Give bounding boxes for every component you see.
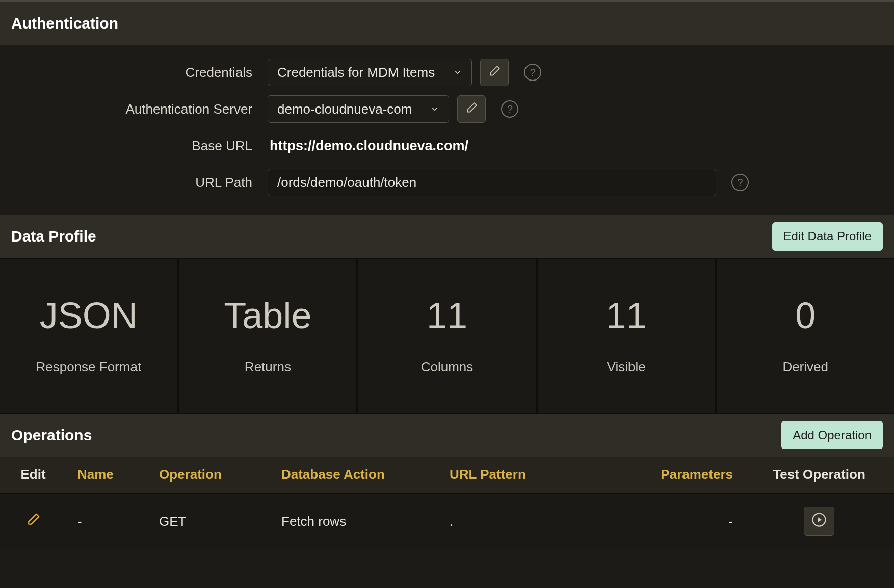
pencil-icon	[25, 515, 41, 530]
edit-data-profile-button[interactable]: Edit Data Profile	[772, 222, 883, 251]
url-path-row: URL Path ?	[0, 164, 894, 201]
card-derived[interactable]: 0 Derived	[717, 259, 894, 413]
operations-title: Operations	[11, 426, 92, 444]
row-url-pattern: .	[438, 493, 601, 549]
authentication-section-header: Authentication	[0, 0, 894, 45]
card-label: Visible	[607, 359, 646, 375]
auth-server-row: Authentication Server demo-cloudnueva-co…	[0, 91, 894, 127]
url-path-help-icon[interactable]: ?	[731, 174, 749, 191]
data-profile-title: Data Profile	[11, 228, 96, 245]
authentication-form: Credentials Credentials for MDM Items ? …	[0, 45, 894, 215]
col-edit[interactable]: Edit	[0, 457, 66, 493]
card-visible[interactable]: 11 Visible	[538, 259, 715, 413]
operations-header-row: Edit Name Operation Database Action URL …	[0, 457, 894, 493]
col-database-action[interactable]: Database Action	[270, 457, 438, 493]
card-label: Returns	[245, 359, 291, 375]
row-operation: GET	[148, 493, 270, 549]
card-columns[interactable]: 11 Columns	[358, 259, 536, 413]
card-value: 11	[427, 297, 467, 334]
auth-server-select[interactable]: demo-cloudnueva-com	[268, 95, 449, 123]
card-value: 11	[606, 297, 647, 334]
credentials-select-value: Credentials for MDM Items	[268, 59, 444, 86]
card-value: JSON	[40, 297, 138, 334]
data-profile-cards: JSON Response Format Table Returns 11 Co…	[0, 258, 894, 414]
auth-server-help-icon[interactable]: ?	[501, 100, 518, 118]
url-path-label: URL Path	[0, 175, 268, 191]
col-test-operation[interactable]: Test Operation	[744, 457, 894, 493]
col-name[interactable]: Name	[66, 457, 148, 493]
play-icon	[811, 512, 827, 531]
auth-server-label: Authentication Server	[0, 101, 268, 117]
col-parameters[interactable]: Parameters	[601, 457, 744, 493]
row-parameters: -	[601, 493, 744, 549]
card-label: Response Format	[36, 359, 141, 375]
chevron-down-icon	[444, 59, 471, 86]
card-response-format[interactable]: JSON Response Format	[0, 259, 177, 413]
card-value: Table	[224, 297, 311, 334]
table-row: - GET Fetch rows . -	[0, 493, 894, 549]
credentials-row: Credentials Credentials for MDM Items ?	[0, 54, 894, 91]
base-url-value: https://demo.cloudnueva.com/	[268, 138, 468, 154]
credentials-label: Credentials	[0, 65, 268, 81]
base-url-label: Base URL	[0, 138, 268, 154]
credentials-select[interactable]: Credentials for MDM Items	[268, 59, 472, 86]
credentials-edit-button[interactable]	[480, 59, 509, 86]
url-path-input[interactable]	[268, 169, 716, 196]
row-test-cell	[744, 493, 894, 549]
pencil-icon	[465, 101, 478, 117]
card-value: 0	[795, 297, 816, 334]
credentials-help-icon[interactable]: ?	[524, 64, 541, 81]
operations-section-header: Operations Add Operation	[0, 414, 894, 457]
row-edit-cell	[0, 493, 66, 549]
data-profile-section-header: Data Profile Edit Data Profile	[0, 215, 894, 258]
operations-table: Edit Name Operation Database Action URL …	[0, 457, 894, 549]
chevron-down-icon	[421, 96, 449, 122]
row-name: -	[66, 493, 148, 549]
auth-server-select-value: demo-cloudnueva-com	[268, 96, 421, 122]
col-operation[interactable]: Operation	[148, 457, 270, 493]
row-database-action: Fetch rows	[270, 493, 438, 549]
card-label: Columns	[421, 359, 474, 375]
card-returns[interactable]: Table Returns	[179, 259, 357, 413]
authentication-title: Authentication	[11, 15, 118, 32]
card-label: Derived	[782, 359, 828, 375]
base-url-row: Base URL https://demo.cloudnueva.com/	[0, 127, 894, 164]
pencil-icon	[488, 65, 501, 80]
svg-marker-1	[818, 517, 822, 522]
col-url-pattern[interactable]: URL Pattern	[438, 457, 601, 493]
add-operation-button[interactable]: Add Operation	[781, 421, 883, 449]
row-edit-button[interactable]	[25, 515, 41, 530]
test-operation-button[interactable]	[804, 507, 834, 536]
auth-server-edit-button[interactable]	[457, 95, 486, 123]
